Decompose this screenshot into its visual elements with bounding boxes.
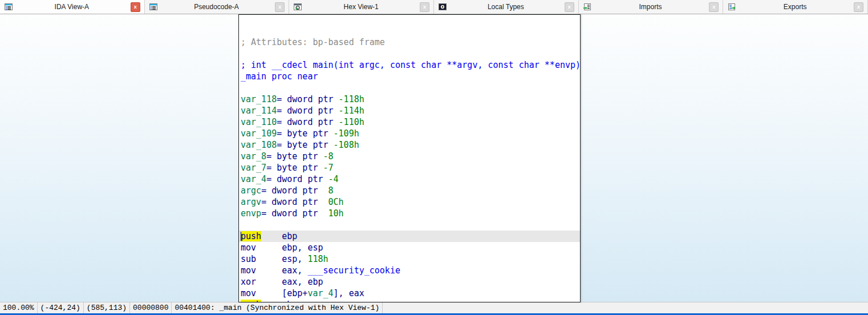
- tab-label: Imports: [594, 3, 707, 11]
- code-token: -109h: [334, 128, 359, 139]
- code-token: var_118: [241, 94, 277, 104]
- status-bar: 100.00%(-424,24)(585,113)000008000040140…: [0, 302, 868, 313]
- status-zoom-level: 100.00%: [0, 302, 38, 313]
- code-token: -8: [323, 151, 334, 161]
- highlighted-token: push: [241, 231, 261, 241]
- status-view-coords: (585,113): [84, 302, 130, 313]
- code-token: -108h: [334, 140, 359, 150]
- code-token: = byte ptr: [266, 163, 323, 173]
- code-token: -7: [323, 163, 334, 173]
- code-token: ], eax: [334, 288, 364, 298]
- code-token: = dword ptr: [277, 94, 338, 104]
- code-token: = dword ptr: [266, 174, 328, 184]
- code-token: 118h: [307, 254, 328, 264]
- code-line[interactable]: mov ebp, esp: [239, 242, 580, 253]
- code-token: ebp: [261, 231, 297, 241]
- code-line[interactable]: ; Attributes: bp-based frame: [239, 37, 580, 48]
- code-token: var_108: [241, 140, 277, 150]
- disassembly-listing: ; Attributes: bp-based frame; int __cdec…: [239, 15, 580, 302]
- tab-label: Hex View-1: [305, 3, 417, 11]
- disassembly-panel: ; Attributes: bp-based frame; int __cdec…: [238, 14, 581, 302]
- tab-hex-view-1[interactable]: Hex View-1x: [289, 0, 434, 14]
- tab-close-icon[interactable]: x: [709, 2, 719, 12]
- status-file-offset: 00000800: [130, 302, 172, 313]
- code-token: sub esp,: [241, 254, 307, 264]
- code-token: = dword ptr: [277, 117, 338, 127]
- code-token: mov ebp, esp: [241, 243, 323, 253]
- tab-close-icon[interactable]: x: [131, 2, 140, 12]
- code-line[interactable]: sub esp, 118h: [239, 253, 580, 265]
- code-token: = dword ptr: [261, 197, 328, 207]
- tab-label: Local Types: [449, 3, 562, 11]
- hex-view-icon: [293, 2, 302, 11]
- code-token: 0Ch: [328, 197, 344, 207]
- code-line[interactable]: var_8= byte ptr -8: [239, 151, 580, 162]
- tab-exports[interactable]: Exportsx: [723, 0, 868, 14]
- code-token: ; int __cdecl main(int argc, const char …: [241, 60, 581, 70]
- status-address-info: 00401400: _main (Synchronized with Hex V…: [172, 302, 383, 313]
- tab-label: Pseudocode-A: [160, 3, 273, 11]
- code-line[interactable]: argv= dword ptr 0Ch: [239, 196, 580, 208]
- code-token: 10h: [328, 208, 344, 219]
- code-line[interactable]: var_110= dword ptr -110h: [239, 116, 580, 128]
- code-line[interactable]: var_7= byte ptr -7: [239, 162, 580, 173]
- code-line[interactable]: argc= dword ptr 8: [239, 185, 580, 196]
- code-token: ; Attributes: bp-based frame: [241, 37, 385, 47]
- code-line[interactable]: _main proc near: [239, 71, 580, 82]
- code-token: = byte ptr: [266, 151, 323, 161]
- code-line[interactable]: push ebx: [239, 299, 580, 302]
- code-token: xor eax, ebp: [241, 277, 323, 287]
- code-token: argv: [241, 197, 261, 207]
- code-token: = dword ptr: [277, 106, 338, 116]
- text-caret: [241, 232, 241, 241]
- code-token: ebx: [261, 300, 297, 302]
- code-line[interactable]: [239, 48, 580, 59]
- local-types-icon: [438, 2, 447, 11]
- tab-label: IDA View-A: [15, 3, 128, 11]
- code-token: var_110: [241, 117, 277, 127]
- workspace-background: ; Attributes: bp-based frame; int __cdec…: [0, 14, 868, 302]
- code-token: -4: [328, 174, 339, 184]
- tab-close-icon[interactable]: x: [854, 2, 863, 12]
- code-token: ___security_cookie: [307, 265, 400, 276]
- code-token: var_4: [307, 288, 333, 298]
- pseudocode-window-icon: [149, 2, 158, 11]
- code-token: = byte ptr: [277, 128, 333, 139]
- code-token: = dword ptr: [261, 185, 328, 196]
- code-token: argc: [241, 185, 261, 196]
- code-line[interactable]: var_118= dword ptr -118h: [239, 94, 580, 105]
- code-line[interactable]: var_4= dword ptr -4: [239, 173, 580, 185]
- tab-pseudocode-a[interactable]: Pseudocode-Ax: [145, 0, 290, 14]
- code-line[interactable]: [239, 219, 580, 231]
- code-token: mov [ebp+: [241, 288, 307, 298]
- code-line[interactable]: ; int __cdecl main(int argc, const char …: [239, 59, 580, 71]
- code-line[interactable]: xor eax, ebp: [239, 276, 580, 288]
- code-token: var_114: [241, 106, 277, 116]
- tab-close-icon[interactable]: x: [565, 2, 574, 12]
- tab-local-types[interactable]: Local Typesx: [434, 0, 579, 14]
- imports-icon: [583, 2, 592, 11]
- disassembly-window-icon: [4, 2, 13, 11]
- code-line[interactable]: mov [ebp+var_4], eax: [239, 288, 580, 299]
- tab-imports[interactable]: Importsx: [579, 0, 724, 14]
- tab-label: Exports: [739, 3, 851, 11]
- code-line[interactable]: var_114= dword ptr -114h: [239, 105, 580, 116]
- code-token: var_7: [241, 163, 266, 173]
- tab-close-icon[interactable]: x: [275, 2, 285, 12]
- code-line[interactable]: mov eax, ___security_cookie: [239, 265, 580, 276]
- code-token: 8: [328, 185, 334, 196]
- code-token: -118h: [339, 94, 364, 104]
- code-token: -110h: [339, 117, 364, 127]
- code-token: -114h: [339, 106, 364, 116]
- code-token: mov eax,: [241, 265, 307, 276]
- code-line[interactable]: var_108= byte ptr -108h: [239, 139, 580, 151]
- code-token: envp: [241, 208, 261, 219]
- tab-ida-view-a[interactable]: IDA View-Ax: [0, 0, 145, 14]
- tab-close-icon[interactable]: x: [420, 2, 429, 12]
- code-line[interactable]: [239, 82, 580, 94]
- code-line[interactable]: var_109= byte ptr -109h: [239, 128, 580, 139]
- code-line-current[interactable]: push ebp: [239, 231, 580, 242]
- code-token: var_4: [241, 174, 266, 184]
- code-line[interactable]: envp= dword ptr 10h: [239, 208, 580, 219]
- code-token: _main proc near: [241, 71, 318, 82]
